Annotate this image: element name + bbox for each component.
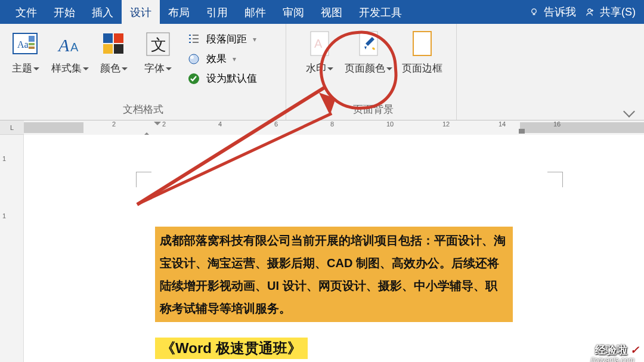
stylesets-button[interactable]: AA 样式集 — [48, 29, 92, 75]
svg-rect-6 — [29, 47, 35, 49]
ribbon-collapse-button[interactable] — [625, 107, 637, 116]
svg-point-16 — [190, 55, 194, 59]
set-default-button[interactable]: 设为默认值 — [187, 72, 257, 85]
highlighted-heading[interactable]: 《Word 极速贯通班》 — [155, 338, 308, 359]
tab-design[interactable]: 设计 — [122, 0, 160, 24]
tab-references[interactable]: 引用 — [198, 0, 236, 24]
effects-button[interactable]: 效果 ▾ — [187, 52, 257, 66]
svg-text:Aa: Aa — [17, 39, 29, 49]
page-border-button[interactable]: 页面边框 — [395, 29, 449, 75]
fonts-button[interactable]: 文 字体 — [136, 29, 180, 75]
svg-rect-12 — [114, 44, 123, 54]
tab-devtools[interactable]: 开发工具 — [351, 0, 410, 24]
svg-point-15 — [189, 54, 199, 64]
first-line-indent-marker[interactable] — [154, 122, 161, 126]
svg-rect-4 — [29, 36, 35, 42]
tellme-search[interactable]: 告诉我 — [530, 5, 576, 19]
paragraph-spacing-button[interactable]: 段落间距 ▾ — [187, 32, 257, 46]
right-indent-marker[interactable] — [519, 129, 525, 134]
tab-review[interactable]: 审阅 — [274, 0, 312, 24]
ribbon: Aa 主题 AA 样式集 颜色 文 字体 段落间距 ▾ 效果 ▾ 设为默认值 文… — [0, 24, 644, 120]
svg-rect-11 — [103, 44, 113, 54]
page-color-button[interactable]: 页面颜色 — [342, 29, 395, 75]
group-doc-format: Aa 主题 AA 样式集 颜色 文 字体 段落间距 ▾ 效果 ▾ 设为默认值 文… — [0, 24, 286, 120]
chevron-down-icon — [122, 67, 128, 72]
chevron-down-icon — [166, 67, 172, 72]
page-color-icon — [357, 30, 380, 58]
effects-icon — [187, 52, 200, 66]
group-label-pagebg: 页面背景 — [290, 103, 456, 120]
document-area: 1 1 成都部落窝科技有限公司当前开展的培训项目包括：平面设计、淘宝设计、淘宝运… — [0, 135, 644, 362]
tab-layout[interactable]: 布局 — [160, 0, 198, 24]
menu-tabstrip: 文件 开始 插入 设计 布局 引用 邮件 审阅 视图 开发工具 告诉我 共享(S… — [0, 0, 644, 24]
tab-mail[interactable]: 邮件 — [236, 0, 274, 24]
colors-icon — [101, 31, 127, 57]
tab-file[interactable]: 文件 — [7, 0, 45, 24]
page[interactable]: 成都部落窝科技有限公司当前开展的培训项目包括：平面设计、淘宝设计、淘宝运营、摄影… — [83, 150, 608, 362]
svg-rect-5 — [29, 43, 35, 45]
chevron-down-icon — [33, 67, 39, 72]
tab-insert[interactable]: 插入 — [83, 0, 122, 24]
svg-rect-10 — [114, 33, 123, 43]
video-watermark: 经验啦 ✓ jingyanla.com — [595, 343, 639, 357]
fonts-icon: 文 — [145, 31, 171, 57]
person-plus-icon — [586, 8, 595, 17]
hanging-indent-marker[interactable] — [143, 129, 150, 134]
svg-rect-9 — [103, 33, 113, 43]
colors-button[interactable]: 颜色 — [92, 29, 136, 75]
chevron-down-icon — [83, 67, 89, 72]
styleset-icon: AA — [56, 31, 83, 57]
svg-point-1 — [588, 9, 592, 13]
check-circle-icon — [187, 72, 200, 85]
paragraph-spacing-icon — [187, 33, 200, 46]
tab-view[interactable]: 视图 — [312, 0, 351, 24]
page-border-icon — [410, 30, 434, 58]
svg-text:A: A — [70, 41, 79, 54]
themes-button[interactable]: Aa 主题 — [4, 29, 48, 75]
tab-selector[interactable]: L — [0, 124, 24, 131]
watermark-icon: A — [308, 30, 332, 58]
vertical-ruler[interactable]: 1 1 — [0, 135, 24, 362]
group-label-docfmt: 文档格式 — [0, 103, 286, 120]
margin-corner-tl — [136, 172, 151, 187]
svg-point-0 — [532, 9, 537, 14]
group-page-background: A 水印 页面颜色 页面边框 页面背景 — [290, 24, 457, 120]
svg-text:A: A — [57, 35, 70, 55]
chevron-down-icon — [327, 67, 333, 72]
svg-rect-21 — [413, 32, 431, 55]
svg-text:文: 文 — [151, 36, 166, 54]
horizontal-ruler[interactable]: 2 2 4 6 8 10 12 14 16 — [24, 120, 644, 135]
highlighted-paragraph[interactable]: 成都部落窝科技有限公司当前开展的培训项目包括：平面设计、淘宝设计、淘宝运营、摄影… — [155, 227, 513, 322]
svg-text:A: A — [314, 37, 323, 50]
chevron-down-icon — [386, 67, 392, 72]
margin-corner-tr — [547, 172, 563, 187]
ruler-bar: L 2 2 4 6 8 10 12 14 16 — [0, 120, 644, 135]
tab-home[interactable]: 开始 — [45, 0, 83, 24]
lightbulb-icon — [530, 8, 538, 17]
themes-icon: Aa — [12, 31, 39, 57]
watermark-button[interactable]: A 水印 — [298, 29, 342, 75]
share-button[interactable]: 共享(S) — [586, 5, 636, 19]
